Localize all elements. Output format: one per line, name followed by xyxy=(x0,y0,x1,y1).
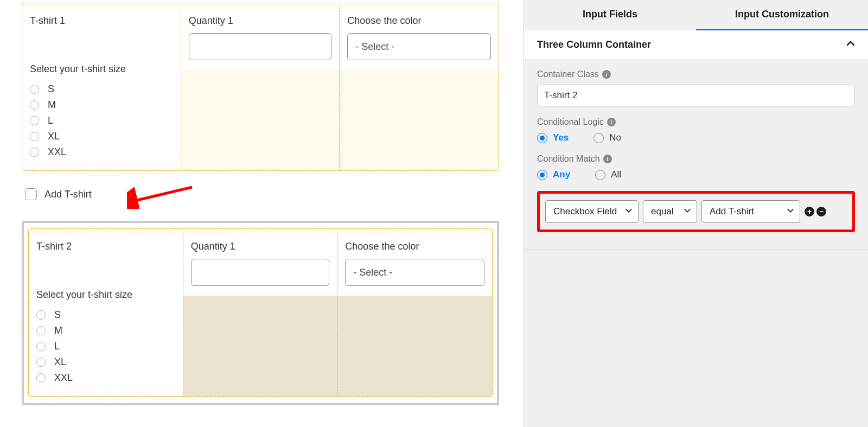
container-header xyxy=(22,3,499,8)
radio-icon xyxy=(537,170,547,180)
column-1: T-shirt 2 Select your t-shirt size S M L… xyxy=(29,233,183,396)
three-col-container-1[interactable]: T-shirt 1 Select your t-shirt size S M L… xyxy=(22,3,499,171)
field-label: T-shirt 2 xyxy=(36,241,175,252)
three-col-row: T-shirt 2 Select your t-shirt size S M L… xyxy=(28,233,493,397)
chevron-down-icon xyxy=(684,206,691,217)
color-field[interactable]: Choose the color - Select - xyxy=(337,233,492,296)
container-class-label: Container Class i xyxy=(537,69,855,79)
remove-rule-icon[interactable]: − xyxy=(816,207,826,216)
size-options: S M L XL XXL xyxy=(36,307,175,386)
info-icon[interactable]: i xyxy=(607,118,616,126)
field-label: Choose the color xyxy=(345,241,484,252)
container-header xyxy=(28,228,493,233)
size-option[interactable]: S xyxy=(30,81,173,97)
radio-icon xyxy=(593,133,604,143)
rule-field-select[interactable]: Checkbox Field xyxy=(545,200,639,223)
section-toggle[interactable]: Three Column Container xyxy=(524,30,868,60)
container-class-input[interactable] xyxy=(537,85,855,106)
add-tshirt-checkbox-row[interactable]: Add T-shirt xyxy=(25,188,499,200)
column-1: T-shirt 1 Select your t-shirt size S M L… xyxy=(22,8,181,170)
chevron-down-icon xyxy=(625,206,633,217)
quantity-input[interactable] xyxy=(191,259,330,286)
three-col-container-2-selected[interactable]: T-shirt 2 Select your t-shirt size S M L… xyxy=(22,221,499,405)
field-label: Quantity 1 xyxy=(189,15,332,27)
three-col-row: T-shirt 1 Select your t-shirt size S M L… xyxy=(22,8,499,171)
quantity-field[interactable]: Quantity 1 xyxy=(181,8,340,70)
radio-icon xyxy=(30,100,39,110)
condition-match-label: Condition Match i xyxy=(537,154,855,164)
size-option[interactable]: M xyxy=(36,323,175,339)
panel-body: Container Class i Conditional Logic i Ye… xyxy=(524,60,868,242)
quantity-field[interactable]: Quantity 1 xyxy=(183,233,337,296)
form-preview-pane: T-shirt 1 Select your t-shirt size S M L… xyxy=(0,0,521,427)
radio-icon xyxy=(30,132,39,141)
add-rule-icon[interactable]: + xyxy=(805,207,814,216)
size-option[interactable]: L xyxy=(30,113,173,129)
size-option[interactable]: M xyxy=(30,97,173,113)
condition-rule-row-highlight: Checkbox Field equal Add T-shirt + − xyxy=(537,191,855,232)
chevron-up-icon xyxy=(846,39,855,50)
tab-input-fields[interactable]: Input Fields xyxy=(524,0,696,30)
radio-icon xyxy=(30,85,39,94)
radio-icon xyxy=(36,358,46,367)
info-icon[interactable]: i xyxy=(602,70,611,79)
field-label: Choose the color xyxy=(347,15,491,27)
cond-match-any[interactable]: Any xyxy=(537,169,570,180)
cond-logic-no[interactable]: No xyxy=(593,132,621,143)
size-label: Select your t-shirt size xyxy=(36,289,175,301)
radio-icon xyxy=(36,342,46,351)
svg-line-0 xyxy=(132,187,192,201)
size-option[interactable]: S xyxy=(36,307,175,323)
radio-icon xyxy=(30,116,39,125)
size-option[interactable]: XL xyxy=(36,354,175,370)
settings-panel: Input Fields Input Customization Three C… xyxy=(524,0,868,427)
size-option[interactable]: XL xyxy=(30,129,173,144)
quantity-input[interactable] xyxy=(189,33,332,60)
radio-icon xyxy=(36,326,46,335)
size-label: Select your t-shirt size xyxy=(30,63,173,75)
annotation-arrow-icon xyxy=(127,182,197,209)
rule-operator-select[interactable]: equal xyxy=(643,200,697,223)
size-options: S M L XL XXL xyxy=(30,81,173,160)
checkbox-icon[interactable] xyxy=(25,188,37,200)
field-label: Quantity 1 xyxy=(191,241,330,252)
tshirt-title-field[interactable]: T-shirt 2 Select your t-shirt size S M L… xyxy=(29,233,183,396)
radio-icon xyxy=(36,310,46,320)
column-3: Choose the color - Select - xyxy=(337,233,492,396)
radio-icon xyxy=(595,170,605,180)
column-2: Quantity 1 xyxy=(183,233,338,396)
conditional-logic-options: Yes No xyxy=(537,132,855,143)
column-2: Quantity 1 xyxy=(181,8,340,170)
rule-action-icons: + − xyxy=(805,207,826,216)
field-label: T-shirt 1 xyxy=(30,15,173,27)
tshirt-title-field[interactable]: T-shirt 1 Select your t-shirt size S M L… xyxy=(22,8,181,170)
color-field[interactable]: Choose the color - Select - xyxy=(340,8,499,70)
cond-logic-yes[interactable]: Yes xyxy=(537,132,569,143)
info-icon[interactable]: i xyxy=(603,155,612,163)
section-title: Three Column Container xyxy=(537,39,651,50)
radio-icon xyxy=(537,133,547,143)
cond-match-all[interactable]: All xyxy=(595,169,621,180)
condition-match-options: Any All xyxy=(537,169,855,180)
checkbox-label: Add T-shirt xyxy=(44,189,92,200)
size-option[interactable]: XXL xyxy=(30,144,173,160)
color-select[interactable]: - Select - xyxy=(345,259,484,286)
tab-input-customization[interactable]: Input Customization xyxy=(696,0,868,30)
rule-value-select[interactable]: Add T-shirt xyxy=(701,200,800,223)
size-option[interactable]: XXL xyxy=(36,370,175,386)
column-3: Choose the color - Select - xyxy=(340,8,499,170)
size-option[interactable]: L xyxy=(36,339,175,354)
chevron-down-icon xyxy=(787,206,794,217)
color-select[interactable]: - Select - xyxy=(347,33,491,60)
panel-tabs: Input Fields Input Customization xyxy=(524,0,868,30)
divider xyxy=(524,250,868,250)
conditional-logic-label: Conditional Logic i xyxy=(537,117,855,127)
radio-icon xyxy=(30,148,39,157)
radio-icon xyxy=(36,373,46,383)
